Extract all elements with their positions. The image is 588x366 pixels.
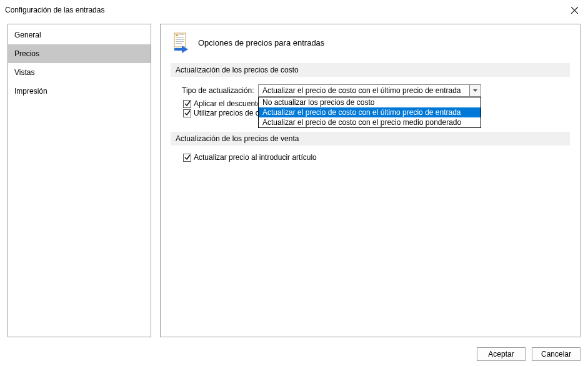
svg-rect-4 bbox=[176, 39, 184, 40]
svg-rect-5 bbox=[176, 41, 184, 42]
check-icon bbox=[184, 154, 191, 161]
sidebar-item-vistas[interactable]: Vistas bbox=[8, 63, 151, 82]
window-title: Configuración de las entradas bbox=[5, 6, 104, 14]
check-icon bbox=[184, 101, 191, 107]
group2-title: Actualización de los precios de venta bbox=[171, 132, 570, 146]
svg-rect-6 bbox=[176, 43, 182, 44]
sidebar-item-general[interactable]: General bbox=[8, 26, 151, 44]
checkbox-actualizar-precio-row: Actualizar precio al introducir artículo bbox=[171, 153, 570, 162]
section-header: Opciones de precios para entradas bbox=[171, 32, 570, 53]
update-type-dropdown[interactable]: Actualizar el precio de costo con el últ… bbox=[258, 84, 481, 97]
svg-rect-3 bbox=[176, 37, 184, 38]
check-icon bbox=[184, 110, 191, 116]
footer: Aceptar Cancelar bbox=[0, 342, 588, 366]
sidebar-item-precios[interactable]: Precios bbox=[8, 44, 151, 63]
checkbox-actualizar-precio[interactable] bbox=[183, 154, 191, 162]
sidebar-item-impresion[interactable]: Impresión bbox=[8, 82, 151, 101]
page-title: Opciones de precios para entradas bbox=[198, 38, 324, 47]
update-type-row: Tipo de actualización: Actualizar el pre… bbox=[171, 84, 570, 97]
accept-button[interactable]: Aceptar bbox=[477, 347, 526, 361]
sidebar: General Precios Vistas Impresión bbox=[7, 24, 151, 337]
close-icon bbox=[571, 7, 578, 14]
close-button[interactable] bbox=[561, 0, 588, 20]
checkbox-utilizar-precios[interactable] bbox=[183, 109, 191, 117]
main-panel: Opciones de precios para entradas Actual… bbox=[160, 24, 581, 337]
checkbox-aplicar-descuento-label: Aplicar el descuento bbox=[194, 99, 261, 108]
checkbox-aplicar-descuento[interactable] bbox=[183, 100, 191, 108]
update-type-value: Actualizar el precio de costo con el últ… bbox=[259, 86, 469, 95]
svg-rect-1 bbox=[176, 34, 178, 36]
svg-rect-2 bbox=[179, 34, 184, 35]
checkbox-utilizar-precios-label: Utilizar precios de co bbox=[194, 109, 263, 117]
content-wrap: General Precios Vistas Impresión Opcione… bbox=[0, 20, 588, 342]
update-type-dropdown-container: Actualizar el precio de costo con el últ… bbox=[258, 84, 481, 97]
dropdown-option-ultimo-precio[interactable]: Actualizar el precio de costo con el últ… bbox=[259, 107, 481, 117]
dropdown-option-medio-ponderado[interactable]: Actualizar el precio de costo con el pre… bbox=[259, 117, 481, 127]
dropdown-option-no-actualizar[interactable]: No actualizar los precios de costo bbox=[259, 97, 481, 107]
page-arrow-icon bbox=[171, 32, 192, 53]
update-type-label: Tipo de actualización: bbox=[182, 86, 258, 95]
update-type-dropdown-list: No actualizar los precios de costo Actua… bbox=[258, 97, 481, 128]
cancel-button[interactable]: Cancelar bbox=[532, 347, 581, 361]
checkbox-actualizar-precio-label: Actualizar precio al introducir artículo bbox=[194, 153, 317, 162]
titlebar: Configuración de las entradas bbox=[0, 0, 588, 20]
group1-title: Actualización de los precios de costo bbox=[171, 63, 570, 77]
chevron-down-icon bbox=[469, 85, 481, 96]
